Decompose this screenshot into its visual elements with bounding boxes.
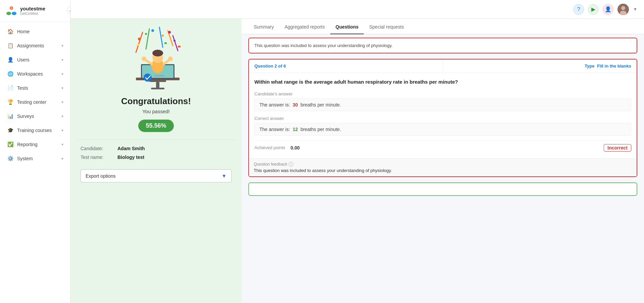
tab-special-requests[interactable]: Special requests [364,19,409,34]
points-label: Achieved points [254,145,285,150]
celebration-svg [116,26,196,93]
feedback-section: Question feedback i This question was in… [249,158,637,176]
svg-line-9 [159,27,163,47]
type-label: Type [585,63,594,69]
svg-point-2 [12,12,16,15]
correct-answer-prefix: The answer is: [259,127,290,132]
question-text: Within what range is the average adult h… [254,78,631,86]
test-name-row: Test name: Biology test [81,155,232,160]
candidate-row: Candidate: Adam Smith [81,146,232,151]
export-options-label: Export options [86,173,116,179]
celebration-image [116,26,196,93]
chevron-down-icon: ▼ [61,129,64,132]
tests-icon: 📄 [7,85,14,91]
sidebar-item-testing-center[interactable]: 🏆 Testing center ▼ [0,95,70,109]
svg-line-8 [146,29,149,49]
sidebar-item-home[interactable]: 🏠 Home [0,25,70,39]
svg-point-5 [621,6,625,10]
candidates-answer-section: Candidate's answer The answer is: 30 bre… [254,91,631,111]
sidebar-item-training-courses[interactable]: 🎓 Training courses ▼ [0,123,70,137]
sidebar-item-tests[interactable]: 📄 Tests ▼ [0,81,70,95]
candidates-answer-suffix: breaths per minute. [300,102,341,107]
sidebar-item-workspaces[interactable]: 🌐 Workspaces ▼ [0,67,70,81]
chevron-down-icon: ▼ [61,115,64,118]
question-3-card-partial [248,182,637,196]
person-button[interactable]: 👤 [603,4,613,15]
logo-sub-text: GetCertified [20,12,45,15]
topbar: ? ▶ 👤 ▼ [70,0,644,19]
sidebar-item-label: Assignments [17,43,44,48]
candidates-answer-value: 30 [293,102,298,107]
tabs-bar: Summary Aggregated reports Questions Spe… [242,19,644,34]
sidebar-item-label: Training courses [17,128,52,133]
assignments-icon: 📋 [7,42,14,49]
sidebar-item-label: Testing center [17,99,46,105]
left-panel: Congratulations! You passed! 55.56% Cand… [70,19,242,303]
logo-main-text: youtestme [20,6,45,12]
correct-answer-section: Correct answer The answer is: 12 breaths… [254,116,631,136]
logo-icon [5,5,17,17]
question-type: Type Fill in the blanks [443,59,637,73]
user-menu-chevron[interactable]: ▼ [633,7,637,12]
workspaces-icon: 🌐 [7,71,14,77]
sidebar-item-label: Users [17,57,30,62]
sidebar-item-label: System [17,156,33,161]
question-body: Within what range is the average adult h… [249,73,637,158]
sidebar-item-users[interactable]: 👤 Users ▼ [0,53,70,67]
sidebar-item-reporting[interactable]: ✅ Reporting ▼ [0,137,70,152]
status-badge: Incorrect [604,144,631,152]
correct-answer-value: 12 [293,127,298,132]
candidates-answer-label: Candidate's answer [254,91,631,96]
play-button[interactable]: ▶ [588,4,599,15]
chevron-down-icon: ▼ [61,72,64,76]
svg-point-14 [151,29,154,32]
test-name-label: Test name: [81,155,117,160]
divider [77,139,235,140]
sidebar-item-label: Home [17,29,30,34]
main-area: ? ▶ 👤 ▼ [70,0,644,303]
svg-point-29 [152,50,163,56]
svg-rect-26 [151,88,164,89]
feedback-label-row: Question feedback i [254,162,632,167]
sidebar-item-label: Reporting [17,142,38,147]
sidebar-item-label: Workspaces [17,71,43,77]
sidebar-item-assignments[interactable]: 📋 Assignments ▼ [0,39,70,53]
chevron-down-icon: ▼ [61,86,64,90]
candidate-info: Candidate: Adam Smith Test name: Biology… [77,146,235,163]
questions-content[interactable]: This question was included to assess you… [242,34,644,303]
sidebar-item-surveys[interactable]: 📊 Surveys ▼ [0,109,70,123]
candidate-value: Adam Smith [117,146,145,151]
congratulations-title: Congratulations! [121,96,191,106]
export-options-button[interactable]: Export options ▼ [81,169,232,182]
content-area: Congratulations! You passed! 55.56% Cand… [70,19,644,303]
type-value: Fill in the blanks [597,63,631,69]
svg-rect-20 [178,46,181,47]
tab-summary[interactable]: Summary [248,19,279,34]
svg-rect-35 [154,75,164,76]
logo: youtestme GetCertified [0,0,70,22]
test-name-value: Biology test [117,155,144,160]
sidebar: youtestme GetCertified ❮ 🏠 Home 📋 Assign… [0,0,70,303]
export-chevron-icon: ▼ [221,173,227,179]
tab-aggregated-reports[interactable]: Aggregated reports [279,19,330,34]
sidebar-item-system[interactable]: ⚙️ System ▼ [0,152,70,166]
system-icon: ⚙️ [7,155,14,162]
chevron-down-icon: ▼ [61,100,64,104]
svg-point-17 [174,40,176,42]
tab-questions[interactable]: Questions [330,19,364,34]
avatar[interactable] [617,4,629,15]
svg-point-32 [142,56,146,61]
chevron-down-icon: ▼ [61,157,64,161]
candidate-label: Candidate: [81,146,117,151]
feedback-text: This question was included to assess you… [254,168,632,173]
svg-rect-18 [137,44,139,46]
reporting-icon: ✅ [7,141,14,148]
svg-point-33 [168,56,173,61]
correct-answer-label: Correct answer [254,116,631,121]
correct-answer-box: The answer is: 12 breaths per minute. [254,123,631,136]
svg-line-11 [173,36,178,51]
svg-point-16 [168,31,171,34]
help-button[interactable]: ? [573,4,584,15]
prev-feedback-text: This question was included to assess you… [254,43,631,48]
chevron-down-icon: ▼ [61,44,64,48]
